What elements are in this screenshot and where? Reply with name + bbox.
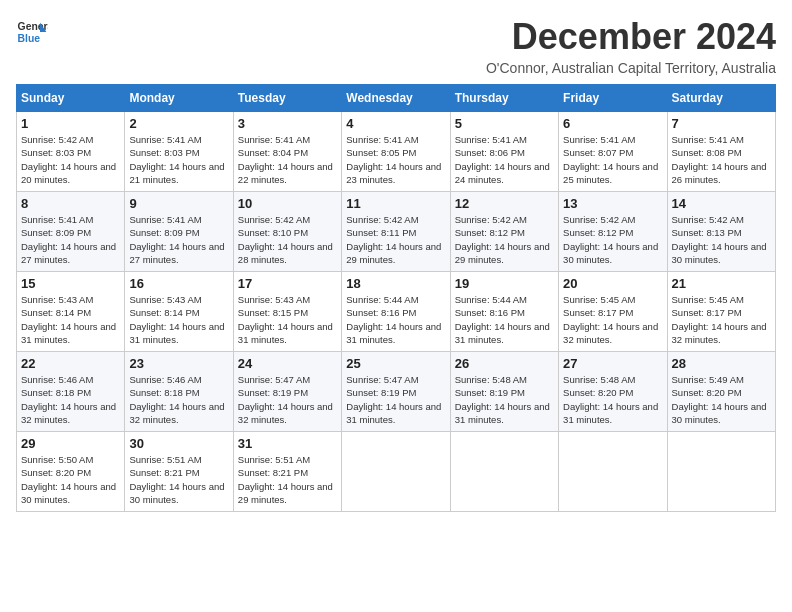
day-info: Sunrise: 5:41 AMSunset: 8:03 PMDaylight:… bbox=[129, 133, 228, 186]
day-info: Sunrise: 5:45 AMSunset: 8:17 PMDaylight:… bbox=[563, 293, 662, 346]
day-info: Sunrise: 5:51 AMSunset: 8:21 PMDaylight:… bbox=[238, 453, 337, 506]
day-info: Sunrise: 5:44 AMSunset: 8:16 PMDaylight:… bbox=[346, 293, 445, 346]
day-info: Sunrise: 5:48 AMSunset: 8:20 PMDaylight:… bbox=[563, 373, 662, 426]
day-info: Sunrise: 5:46 AMSunset: 8:18 PMDaylight:… bbox=[129, 373, 228, 426]
calendar-cell: 9 Sunrise: 5:41 AMSunset: 8:09 PMDayligh… bbox=[125, 192, 233, 272]
calendar-header-row: SundayMondayTuesdayWednesdayThursdayFrid… bbox=[17, 85, 776, 112]
day-number: 2 bbox=[129, 116, 228, 131]
day-number: 6 bbox=[563, 116, 662, 131]
calendar-cell: 22 Sunrise: 5:46 AMSunset: 8:18 PMDaylig… bbox=[17, 352, 125, 432]
calendar-cell: 1 Sunrise: 5:42 AMSunset: 8:03 PMDayligh… bbox=[17, 112, 125, 192]
day-info: Sunrise: 5:42 AMSunset: 8:12 PMDaylight:… bbox=[455, 213, 554, 266]
day-info: Sunrise: 5:41 AMSunset: 8:06 PMDaylight:… bbox=[455, 133, 554, 186]
calendar-cell: 14 Sunrise: 5:42 AMSunset: 8:13 PMDaylig… bbox=[667, 192, 775, 272]
day-number: 5 bbox=[455, 116, 554, 131]
calendar-cell: 5 Sunrise: 5:41 AMSunset: 8:06 PMDayligh… bbox=[450, 112, 558, 192]
day-info: Sunrise: 5:42 AMSunset: 8:12 PMDaylight:… bbox=[563, 213, 662, 266]
calendar-cell bbox=[450, 432, 558, 512]
calendar-cell: 30 Sunrise: 5:51 AMSunset: 8:21 PMDaylig… bbox=[125, 432, 233, 512]
day-number: 7 bbox=[672, 116, 771, 131]
col-header-thursday: Thursday bbox=[450, 85, 558, 112]
day-info: Sunrise: 5:41 AMSunset: 8:09 PMDaylight:… bbox=[21, 213, 120, 266]
calendar-cell: 23 Sunrise: 5:46 AMSunset: 8:18 PMDaylig… bbox=[125, 352, 233, 432]
day-info: Sunrise: 5:42 AMSunset: 8:03 PMDaylight:… bbox=[21, 133, 120, 186]
calendar-cell: 28 Sunrise: 5:49 AMSunset: 8:20 PMDaylig… bbox=[667, 352, 775, 432]
calendar-cell: 12 Sunrise: 5:42 AMSunset: 8:12 PMDaylig… bbox=[450, 192, 558, 272]
day-number: 23 bbox=[129, 356, 228, 371]
day-info: Sunrise: 5:41 AMSunset: 8:07 PMDaylight:… bbox=[563, 133, 662, 186]
day-number: 9 bbox=[129, 196, 228, 211]
header: General Blue December 2024 O'Connor, Aus… bbox=[16, 16, 776, 76]
day-info: Sunrise: 5:47 AMSunset: 8:19 PMDaylight:… bbox=[238, 373, 337, 426]
day-info: Sunrise: 5:43 AMSunset: 8:15 PMDaylight:… bbox=[238, 293, 337, 346]
day-number: 29 bbox=[21, 436, 120, 451]
calendar-cell bbox=[667, 432, 775, 512]
calendar-cell: 4 Sunrise: 5:41 AMSunset: 8:05 PMDayligh… bbox=[342, 112, 450, 192]
day-number: 1 bbox=[21, 116, 120, 131]
calendar-cell: 11 Sunrise: 5:42 AMSunset: 8:11 PMDaylig… bbox=[342, 192, 450, 272]
day-info: Sunrise: 5:43 AMSunset: 8:14 PMDaylight:… bbox=[129, 293, 228, 346]
day-number: 13 bbox=[563, 196, 662, 211]
day-info: Sunrise: 5:46 AMSunset: 8:18 PMDaylight:… bbox=[21, 373, 120, 426]
day-number: 14 bbox=[672, 196, 771, 211]
calendar-cell: 3 Sunrise: 5:41 AMSunset: 8:04 PMDayligh… bbox=[233, 112, 341, 192]
calendar-cell: 16 Sunrise: 5:43 AMSunset: 8:14 PMDaylig… bbox=[125, 272, 233, 352]
col-header-tuesday: Tuesday bbox=[233, 85, 341, 112]
calendar-cell: 7 Sunrise: 5:41 AMSunset: 8:08 PMDayligh… bbox=[667, 112, 775, 192]
day-number: 22 bbox=[21, 356, 120, 371]
day-info: Sunrise: 5:45 AMSunset: 8:17 PMDaylight:… bbox=[672, 293, 771, 346]
day-info: Sunrise: 5:43 AMSunset: 8:14 PMDaylight:… bbox=[21, 293, 120, 346]
svg-text:Blue: Blue bbox=[18, 33, 41, 44]
day-number: 30 bbox=[129, 436, 228, 451]
logo-icon: General Blue bbox=[16, 16, 48, 48]
calendar-cell: 8 Sunrise: 5:41 AMSunset: 8:09 PMDayligh… bbox=[17, 192, 125, 272]
day-info: Sunrise: 5:41 AMSunset: 8:04 PMDaylight:… bbox=[238, 133, 337, 186]
calendar-cell: 25 Sunrise: 5:47 AMSunset: 8:19 PMDaylig… bbox=[342, 352, 450, 432]
day-number: 8 bbox=[21, 196, 120, 211]
col-header-saturday: Saturday bbox=[667, 85, 775, 112]
calendar-cell bbox=[559, 432, 667, 512]
calendar-cell: 2 Sunrise: 5:41 AMSunset: 8:03 PMDayligh… bbox=[125, 112, 233, 192]
month-title: December 2024 bbox=[486, 16, 776, 58]
day-info: Sunrise: 5:50 AMSunset: 8:20 PMDaylight:… bbox=[21, 453, 120, 506]
calendar-cell: 29 Sunrise: 5:50 AMSunset: 8:20 PMDaylig… bbox=[17, 432, 125, 512]
calendar-week-row: 29 Sunrise: 5:50 AMSunset: 8:20 PMDaylig… bbox=[17, 432, 776, 512]
calendar-cell: 19 Sunrise: 5:44 AMSunset: 8:16 PMDaylig… bbox=[450, 272, 558, 352]
day-number: 27 bbox=[563, 356, 662, 371]
day-info: Sunrise: 5:44 AMSunset: 8:16 PMDaylight:… bbox=[455, 293, 554, 346]
col-header-friday: Friday bbox=[559, 85, 667, 112]
day-number: 25 bbox=[346, 356, 445, 371]
day-number: 4 bbox=[346, 116, 445, 131]
day-number: 26 bbox=[455, 356, 554, 371]
calendar-cell: 24 Sunrise: 5:47 AMSunset: 8:19 PMDaylig… bbox=[233, 352, 341, 432]
calendar-cell: 31 Sunrise: 5:51 AMSunset: 8:21 PMDaylig… bbox=[233, 432, 341, 512]
day-number: 19 bbox=[455, 276, 554, 291]
calendar-cell: 6 Sunrise: 5:41 AMSunset: 8:07 PMDayligh… bbox=[559, 112, 667, 192]
day-info: Sunrise: 5:42 AMSunset: 8:10 PMDaylight:… bbox=[238, 213, 337, 266]
calendar-cell: 20 Sunrise: 5:45 AMSunset: 8:17 PMDaylig… bbox=[559, 272, 667, 352]
logo: General Blue bbox=[16, 16, 48, 48]
day-number: 12 bbox=[455, 196, 554, 211]
day-info: Sunrise: 5:42 AMSunset: 8:11 PMDaylight:… bbox=[346, 213, 445, 266]
day-info: Sunrise: 5:42 AMSunset: 8:13 PMDaylight:… bbox=[672, 213, 771, 266]
calendar-cell: 21 Sunrise: 5:45 AMSunset: 8:17 PMDaylig… bbox=[667, 272, 775, 352]
calendar-cell: 17 Sunrise: 5:43 AMSunset: 8:15 PMDaylig… bbox=[233, 272, 341, 352]
calendar-week-row: 1 Sunrise: 5:42 AMSunset: 8:03 PMDayligh… bbox=[17, 112, 776, 192]
col-header-sunday: Sunday bbox=[17, 85, 125, 112]
day-number: 15 bbox=[21, 276, 120, 291]
calendar-cell: 26 Sunrise: 5:48 AMSunset: 8:19 PMDaylig… bbox=[450, 352, 558, 432]
day-number: 18 bbox=[346, 276, 445, 291]
calendar-cell: 27 Sunrise: 5:48 AMSunset: 8:20 PMDaylig… bbox=[559, 352, 667, 432]
col-header-monday: Monday bbox=[125, 85, 233, 112]
day-number: 3 bbox=[238, 116, 337, 131]
day-number: 11 bbox=[346, 196, 445, 211]
day-info: Sunrise: 5:48 AMSunset: 8:19 PMDaylight:… bbox=[455, 373, 554, 426]
day-info: Sunrise: 5:41 AMSunset: 8:09 PMDaylight:… bbox=[129, 213, 228, 266]
day-info: Sunrise: 5:47 AMSunset: 8:19 PMDaylight:… bbox=[346, 373, 445, 426]
calendar-table: SundayMondayTuesdayWednesdayThursdayFrid… bbox=[16, 84, 776, 512]
calendar-week-row: 15 Sunrise: 5:43 AMSunset: 8:14 PMDaylig… bbox=[17, 272, 776, 352]
title-area: December 2024 O'Connor, Australian Capit… bbox=[486, 16, 776, 76]
calendar-week-row: 22 Sunrise: 5:46 AMSunset: 8:18 PMDaylig… bbox=[17, 352, 776, 432]
calendar-cell: 18 Sunrise: 5:44 AMSunset: 8:16 PMDaylig… bbox=[342, 272, 450, 352]
calendar-cell: 13 Sunrise: 5:42 AMSunset: 8:12 PMDaylig… bbox=[559, 192, 667, 272]
